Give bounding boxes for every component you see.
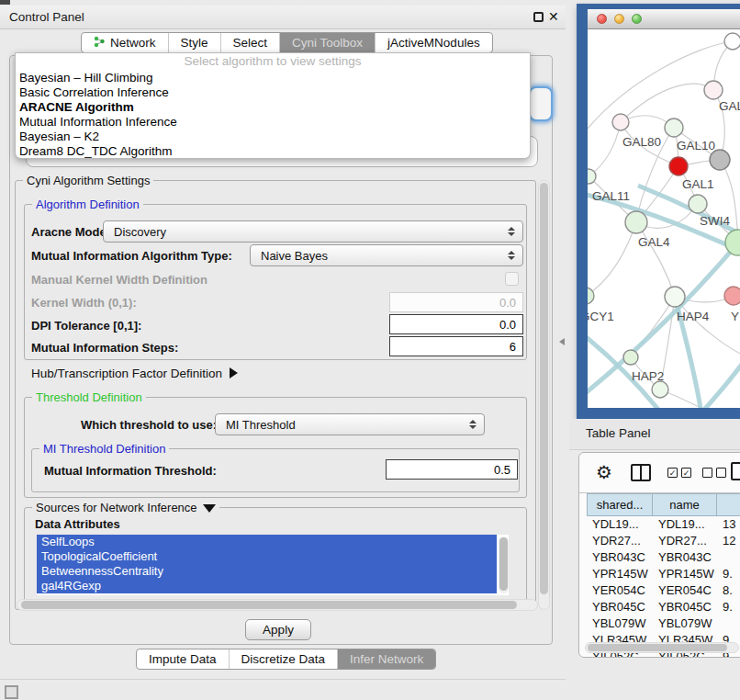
node-label: GAL10 [677, 139, 715, 152]
algorithm-option[interactable]: Dream8 DC_TDC Algorithm [16, 144, 530, 159]
select-all-icon[interactable]: ✓ [681, 468, 691, 478]
tab-jactivemnodules[interactable]: jActiveMNodules [376, 33, 492, 52]
float-window-icon[interactable] [533, 12, 544, 22]
attributes-scrollbar-thumb[interactable] [499, 537, 508, 591]
new-table-icon[interactable] [731, 462, 740, 480]
deselect-all-icon[interactable] [702, 468, 712, 478]
apply-button[interactable]: Apply [245, 619, 311, 640]
deselect-all-icon[interactable] [716, 468, 726, 478]
network-node[interactable] [665, 119, 683, 137]
select-all-icon[interactable]: ✓ [667, 468, 678, 478]
collapse-right-icon [230, 367, 238, 378]
table-cell: YER054C [653, 582, 717, 599]
network-edge[interactable] [588, 222, 636, 296]
table-hscroll-thumb[interactable] [588, 644, 727, 651]
close-traffic-light-icon[interactable] [597, 14, 607, 24]
algorithm-option[interactable]: Bayesian – Hill Climbing [16, 71, 530, 85]
node-label: GCY1 [588, 310, 614, 323]
attribute-item[interactable]: SelfLoops [37, 535, 497, 549]
tab-style[interactable]: Style [169, 33, 221, 52]
settings-gear-icon[interactable]: ⚙ [596, 461, 612, 483]
hub-section-toggle[interactable]: Hub/Transcription Factor Definition [31, 367, 238, 380]
network-node[interactable] [710, 150, 730, 170]
network-canvas[interactable]: GALGAL80GAL10GAL1GAL11SWI4GAL4GCY1HAP4YH… [588, 29, 740, 408]
network-node[interactable] [665, 287, 685, 307]
tab-impute-data[interactable]: Impute Data [137, 649, 230, 669]
minimize-traffic-light-icon[interactable] [614, 14, 624, 24]
settings-horizontal-scrollbar[interactable] [17, 599, 538, 611]
network-view-window[interactable]: GALGAL80GAL10GAL1GAL11SWI4GAL4GCY1HAP4YH… [577, 4, 740, 419]
network-node[interactable] [588, 169, 596, 184]
column-header[interactable] [717, 493, 740, 516]
network-node[interactable] [724, 33, 740, 50]
table-cell: 9. [717, 599, 740, 615]
help-button[interactable] [529, 86, 553, 121]
tab-cyni-toolbox[interactable]: Cyni Toolbox [280, 33, 376, 52]
attribute-item[interactable]: BetweennessCentrality [37, 564, 497, 579]
mi-steps-field[interactable]: 6 [389, 336, 523, 356]
sources-label-text: Sources for Network Inference [36, 501, 197, 514]
table-row[interactable]: YBR045CYBR045C9. [587, 599, 740, 615]
network-node[interactable] [689, 195, 707, 213]
which-threshold-combo[interactable]: MI Threshold [215, 413, 485, 435]
data-attributes-list[interactable]: SelfLoopsTopologicalCoefficientBetweenne… [37, 535, 509, 595]
mi-algorithm-type-value: Naive Bayes [261, 249, 328, 263]
tab-infer-network[interactable]: Infer Network [338, 649, 435, 669]
network-node[interactable] [669, 157, 688, 175]
mi-threshold-value: 0.5 [494, 463, 510, 477]
network-node[interactable] [625, 211, 647, 233]
attribute-item[interactable]: TopologicalCoefficient [37, 549, 497, 564]
mi-algorithm-type-combo[interactable]: Naive Bayes [250, 244, 523, 266]
settings-hscroll-thumb[interactable] [21, 601, 517, 609]
dpi-tolerance-field[interactable]: 0.0 [389, 314, 523, 334]
tab-label: Cyni Toolbox [292, 36, 363, 50]
table-row[interactable]: YER054CYER054C8. [587, 582, 740, 599]
kernel-width-field[interactable]: 0.0 [389, 292, 523, 312]
table-row[interactable]: YBR043CYBR043C [587, 549, 740, 566]
column-header[interactable]: name [653, 493, 717, 516]
algorithm-option[interactable]: Mutual Information Inference [16, 115, 530, 130]
network-edge[interactable] [589, 122, 621, 176]
settings-vertical-scrollbar[interactable] [538, 180, 550, 610]
dock-mini-icon[interactable] [5, 685, 18, 699]
aracne-mode-combo[interactable]: Discovery [103, 220, 523, 243]
close-icon[interactable]: ✕ [548, 9, 559, 24]
splitter-collapse-icon[interactable] [559, 338, 565, 345]
table-row[interactable]: YDL19...YDL19...13 [587, 516, 740, 533]
manual-kernel-label: Manual Kernel Width Definition [31, 273, 207, 287]
settings-vscroll-thumb[interactable] [540, 183, 548, 594]
cyni-settings-group-label: Cyni Algorithm Settings [23, 174, 153, 187]
manual-kernel-checkbox[interactable] [505, 272, 519, 286]
tab-network[interactable]: Network [82, 33, 169, 52]
table-cell: YPR145W [653, 566, 717, 582]
tab-select[interactable]: Select [221, 33, 281, 52]
table-row[interactable]: YPR145WYPR145W9. [587, 566, 740, 582]
table-horizontal-scrollbar[interactable] [585, 642, 739, 653]
table-row[interactable]: YDR27...YDR27...12 [587, 533, 740, 549]
network-node[interactable] [704, 81, 723, 99]
network-edge-thick[interactable] [696, 356, 740, 408]
tab-discretize-data[interactable]: Discretize Data [230, 649, 339, 669]
mi-steps-value: 6 [510, 340, 516, 354]
algorithm-option[interactable]: Bayesian – K2 [16, 130, 530, 144]
column-header[interactable]: shared... [587, 493, 653, 516]
network-window-titlebar[interactable] [588, 9, 740, 29]
algorithm-option[interactable]: Basic Correlation Inference [16, 85, 530, 100]
spinner-arrows-icon [469, 420, 477, 429]
network-edge[interactable] [636, 222, 675, 297]
network-node[interactable] [725, 230, 740, 255]
sources-group-label[interactable]: Sources for Network Inference [32, 501, 219, 514]
column-layout-icon[interactable] [631, 464, 651, 481]
algorithm-option[interactable]: ARACNE Algorithm [16, 100, 530, 115]
network-node[interactable] [612, 114, 629, 130]
network-node[interactable] [623, 350, 638, 365]
zoom-traffic-light-icon[interactable] [632, 14, 642, 24]
network-node[interactable] [652, 381, 668, 398]
mi-threshold-field[interactable]: 0.5 [386, 459, 518, 480]
tab-label: jActiveMNodules [387, 36, 480, 50]
attribute-item[interactable]: gal4RGexp [37, 579, 497, 593]
table-row[interactable]: YBL079WYBL079W [587, 615, 740, 632]
attributes-scrollbar[interactable] [499, 536, 509, 593]
tab-label: Infer Network [350, 652, 423, 666]
network-node[interactable] [724, 287, 740, 305]
